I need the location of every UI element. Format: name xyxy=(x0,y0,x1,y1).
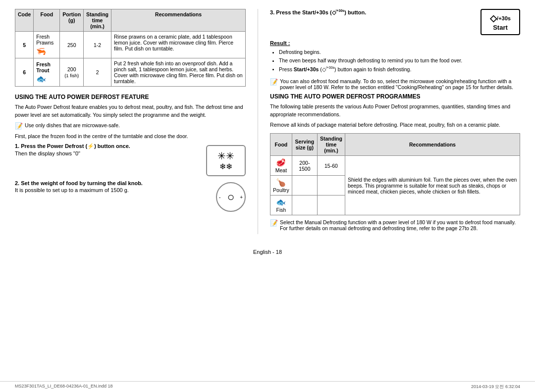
step-1: ✳✳ ❄❄ 1. Press the Power Defrost (⚡) but… xyxy=(15,143,246,176)
btrow-serving-fish xyxy=(292,196,317,215)
bullet-1: Defrosting begins. xyxy=(279,48,520,56)
start-button-top: ◇ /+30s xyxy=(490,13,511,24)
page-footer: MS23F301TAS_LI_DE68-04236A-01_EN.indd 18… xyxy=(0,381,535,392)
start-label: Start xyxy=(493,24,508,31)
food-name-trout: Fresh Trout xyxy=(36,61,51,73)
row-portion-trout: 200(1 fish) xyxy=(60,58,84,87)
step-2-text-after: . xyxy=(141,180,143,186)
step-3: ◇ /+30s Start 3. Press the Start/+30s (◇… xyxy=(270,9,520,35)
result-label: Result : xyxy=(270,40,520,46)
col-header-recommendations: Recommendations xyxy=(111,9,246,32)
note-text: Use only dishes that are microwave-safe. xyxy=(25,122,120,128)
row-standing-prawns: 1-2 xyxy=(84,32,111,58)
programmes-intro2: Remove all kinds of package material bef… xyxy=(270,121,520,129)
col-header-code: Code xyxy=(15,9,34,32)
fish-label: Fish xyxy=(273,207,289,213)
col-header-standing: Standingtime(min.) xyxy=(84,9,111,32)
left-section-heading: USING THE AUTO POWER DEFROST FEATURE xyxy=(15,94,246,100)
right-column: ◇ /+30s Start 3. Press the Start/+30s (◇… xyxy=(270,9,520,234)
left-intro: The Auto Power Defrost feature enables y… xyxy=(15,103,246,119)
btrow-poultry: 🍗 Poultry xyxy=(270,176,292,196)
start30s-label: Start/+30s xyxy=(302,9,328,15)
bullet-2: The oven beeps half way through defrosti… xyxy=(279,56,520,65)
start-icon: ◇ xyxy=(490,13,497,24)
dial-minus: - xyxy=(219,195,220,200)
step-1-text: button once. xyxy=(98,143,130,149)
bottom-table: Food Servingsize (g) Standingtime(min.) … xyxy=(270,133,520,215)
table-row: 5 Fresh Prawns 🦐 250 1-2 Rinse prawns on… xyxy=(15,32,246,58)
dial-knob-label: dial knob xyxy=(117,180,141,186)
dial-circle: ○ xyxy=(227,190,235,204)
power-defrost-icon: (⚡) xyxy=(85,143,96,149)
btcol-serving: Servingsize (g) xyxy=(292,134,317,156)
step-3-text: Press the xyxy=(276,9,302,15)
btrow-standing-meat: 15-60 xyxy=(317,156,345,176)
step-1-num: 1. xyxy=(15,143,19,149)
btcol-recommendations: Recommendations xyxy=(345,134,520,156)
btrow-meat: 🥩 Meat xyxy=(270,156,292,176)
display-symbol-top: ✳✳ xyxy=(217,150,234,162)
bottom-note-icon: 📝 xyxy=(270,219,278,227)
note-microwave-safe: 📝 Use only dishes that are microwave-saf… xyxy=(15,122,246,130)
step-2-header: 2. Set the weight of food by turning the… xyxy=(15,180,246,186)
food-name-prawns: Fresh Prawns xyxy=(36,34,54,46)
bullet-3: Press Start/+30s (◇/+30s) button again t… xyxy=(279,65,520,73)
start-plus30-label: /+30s xyxy=(497,15,511,21)
prawn-icon: 🦐 xyxy=(36,47,57,56)
step-3-text2: button. xyxy=(346,9,366,15)
display-symbol-bottom: ❄❄ xyxy=(219,162,232,171)
btrow-standing-poultry xyxy=(317,176,345,196)
btrow-rec-meat: Shield the edges with aluminium foil. Tu… xyxy=(345,156,520,215)
info-note: 📝 You can also defrost food manually. To… xyxy=(270,78,520,90)
row-standing-trout: 2 xyxy=(84,58,111,87)
display-box-step1: ✳✳ ❄❄ xyxy=(206,145,246,176)
left-column: Code Food Portion(g) Standingtime(min.) … xyxy=(15,9,246,234)
dial-display: - ○ + xyxy=(216,182,246,212)
row-food-trout: Fresh Trout 🐟 xyxy=(34,58,60,87)
col-header-food: Food xyxy=(34,9,60,32)
btrow-fish: 🐟 Fish xyxy=(270,196,292,215)
step-2-body: It is possible to set up to a maximum of… xyxy=(15,187,246,193)
footer-right: 2014-03-19 오전 6:32:04 xyxy=(471,384,520,390)
top-table: Code Food Portion(g) Standingtime(min.) … xyxy=(15,9,246,87)
step-3-num: 3. xyxy=(270,9,274,15)
btrow-serving-meat: 200-1500 xyxy=(292,156,317,176)
meat-icon: 🥩 xyxy=(273,158,289,167)
power-defrost-label: Power Defrost xyxy=(47,143,84,149)
page-number-section: English - 18 xyxy=(15,249,520,255)
table-row: 🥩 Meat 200-1500 15-60 Shield the edges w… xyxy=(270,156,520,176)
row-code-5: 5 xyxy=(15,32,34,58)
page-number: English - 18 xyxy=(253,249,282,255)
note-icon: 📝 xyxy=(15,122,23,130)
trout-icon: 🐟 xyxy=(36,74,57,84)
bottom-note: 📝 Select the Manual Defrosting function … xyxy=(270,219,520,231)
meat-label: Meat xyxy=(273,167,289,173)
btrow-standing-fish xyxy=(317,196,345,215)
footer-left: MS23F301TAS_LI_DE68-04236A-01_EN.indd 18 xyxy=(15,384,112,390)
col-header-portion: Portion(g) xyxy=(60,9,84,32)
btcol-standing: Standingtime(min.) xyxy=(317,134,345,156)
programmes-heading: USING THE AUTO POWER DEFROST PROGRAMMES xyxy=(270,93,520,100)
info-note-text: You can also defrost food manually. To d… xyxy=(280,78,520,90)
column-divider xyxy=(258,9,258,234)
step-2-text-before: Set the weight of food by turning the xyxy=(21,180,117,186)
row-portion-prawns: 250 xyxy=(60,32,84,58)
info-note-icon: 📝 xyxy=(270,78,278,86)
table-row: 6 Fresh Trout 🐟 200(1 fish) 2 Put 2 fres… xyxy=(15,58,246,87)
fish-icon: 🐟 xyxy=(273,197,289,207)
poultry-icon: 🍗 xyxy=(273,178,289,187)
row-food-prawns: Fresh Prawns 🦐 xyxy=(34,32,60,58)
row-rec-trout: Put 2 fresh whole fish into an ovenproof… xyxy=(111,58,246,87)
bottom-note-text: Select the Manual Defrosting function wi… xyxy=(280,219,520,231)
result-bullets: Defrosting begins. The oven beeps half w… xyxy=(279,48,520,73)
btrow-serving-poultry xyxy=(292,176,317,196)
result-section: Result : Defrosting begins. The oven bee… xyxy=(270,40,520,73)
poultry-label: Poultry xyxy=(273,187,289,193)
start-button-display: ◇ /+30s Start xyxy=(481,9,520,35)
dial-plus: + xyxy=(240,195,243,200)
step-2-num: 2. xyxy=(15,180,19,186)
first-para: First, place the frozen food in the cent… xyxy=(15,133,246,141)
programmes-intro: The following table presents the various… xyxy=(270,103,520,119)
row-rec-prawns: Rinse prawns on a ceramic plate, add 1 t… xyxy=(111,32,246,58)
btcol-food: Food xyxy=(270,134,292,156)
